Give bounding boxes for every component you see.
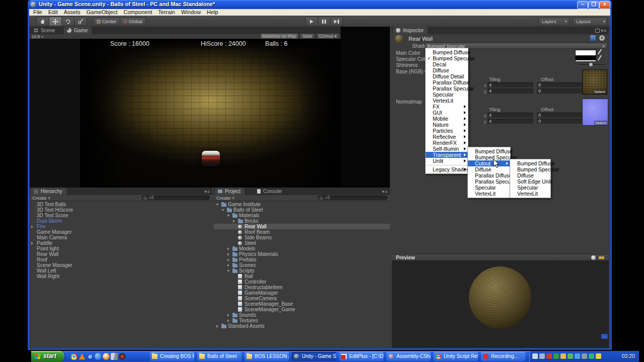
expand-arrow-icon[interactable]: [227, 319, 229, 322]
expand-arrow-icon[interactable]: [227, 253, 229, 256]
taskbar-button[interactable]: BOS LESSON AS...: [245, 352, 289, 361]
panel-options-icon[interactable]: ▾≡: [382, 189, 388, 194]
cutout-item-diffuse[interactable]: Diffuse: [510, 172, 550, 178]
expand-arrow-icon[interactable]: [227, 258, 229, 261]
eyedropper-icon[interactable]: [597, 55, 602, 60]
collapse-arrow-icon[interactable]: [227, 270, 230, 272]
menu-component[interactable]: Component: [120, 9, 155, 16]
preview-light-icon[interactable]: [591, 255, 596, 260]
project-tree-item[interactable]: Bricks: [214, 218, 390, 224]
shader-menu-item-vertexlit[interactable]: VertexLit: [426, 98, 468, 104]
menu-help[interactable]: Help: [204, 9, 221, 16]
taskbar-button[interactable]: Unity - Game Sc...: [292, 352, 336, 361]
display-icon[interactable]: [539, 353, 545, 359]
network-icon[interactable]: [532, 353, 538, 359]
project-tree-item[interactable]: Materials: [214, 213, 390, 218]
shader-menu-item-nature[interactable]: Nature: [426, 122, 468, 128]
main-color-swatch[interactable]: [575, 50, 596, 56]
messenger-icon[interactable]: [589, 353, 594, 359]
collapse-arrow-icon[interactable]: [221, 209, 224, 211]
shader-menu-item-gui[interactable]: GUI: [426, 110, 468, 116]
offset-x-field[interactable]: 0: [537, 113, 584, 118]
shader-menu-item-reflective[interactable]: Reflective: [426, 134, 468, 140]
project-tree-item[interactable]: Controller: [214, 279, 390, 285]
chrome-icon[interactable]: [70, 353, 77, 360]
expand-arrow-icon[interactable]: [227, 314, 229, 317]
create-dropdown[interactable]: Create ▾: [32, 195, 50, 201]
pivot-center-button[interactable]: Center: [93, 17, 120, 26]
hierarchy-item[interactable]: Dust Storm: [30, 218, 212, 224]
transparent-item-parallax-specular[interactable]: Parallax Specular: [468, 178, 510, 185]
internet-explorer-icon[interactable]: e: [87, 353, 94, 360]
shader-menu-item-renderfx[interactable]: RenderFX: [426, 140, 468, 146]
menu-edit[interactable]: Edit: [45, 9, 61, 16]
tiling-y-field[interactable]: 4: [488, 119, 533, 124]
hierarchy-item[interactable]: Game Manager: [30, 229, 212, 235]
task-icon[interactable]: [582, 353, 587, 359]
taskbar-button[interactable]: Creating BOS Pa...: [150, 352, 194, 361]
taskbar-button[interactable]: Assembly-CShar...: [386, 352, 431, 361]
project-tree-item[interactable]: SceneManager_Base: [214, 301, 390, 307]
cutout-item-bumped-specular[interactable]: Bumped Specular: [510, 166, 550, 172]
specular-color-swatch[interactable]: [575, 56, 596, 62]
cutout-item-vertexlit[interactable]: VertexLit: [510, 191, 550, 197]
pivot-global-button[interactable]: Global: [120, 17, 146, 26]
shader-menu-item-self-illumin[interactable]: Self-Illumin: [426, 146, 468, 152]
media-app-icon[interactable]: [119, 353, 126, 360]
project-tree-item[interactable]: Rear Wall: [214, 224, 390, 229]
expand-arrow-icon[interactable]: [227, 264, 229, 267]
transparent-item-vertexlit[interactable]: VertexLit: [468, 191, 510, 197]
collapse-arrow-icon[interactable]: [227, 215, 230, 217]
hierarchy-item[interactable]: 3D Text HiScore: [30, 207, 212, 213]
project-tree-item[interactable]: Scenes: [214, 262, 390, 268]
project-tree-item[interactable]: Sounds: [214, 312, 390, 318]
hierarchy-item[interactable]: Scene Manager: [30, 262, 212, 268]
eyedropper-icon[interactable]: [597, 49, 602, 54]
shader-menu-item-diffuse[interactable]: Diffuse: [426, 67, 468, 73]
sync-icon[interactable]: [553, 353, 559, 359]
project-tree-item[interactable]: DestructableItem: [214, 285, 390, 290]
expand-arrow-icon[interactable]: [216, 325, 218, 328]
taskbar-button[interactable]: Recording...: [481, 352, 525, 361]
shader-menu-item-parallax-diffuse[interactable]: Parallax Diffuse: [426, 79, 468, 85]
minimize-button[interactable]: –: [577, 1, 588, 9]
transparent-item-cutout[interactable]: Cutout: [468, 160, 510, 166]
shader-menu-item-transparent[interactable]: Transparent: [426, 152, 468, 158]
expand-arrow-icon[interactable]: [31, 242, 33, 245]
project-tree-item[interactable]: Ball: [214, 274, 390, 279]
antivirus-shield-icon[interactable]: [546, 353, 552, 359]
shader-menu-item-decal[interactable]: Decal: [426, 61, 468, 67]
preview-mode-icon[interactable]: [598, 255, 605, 260]
cutout-item-soft-edge-unlit[interactable]: Soft Edge Unlit: [510, 178, 550, 185]
ime-indicator-icon[interactable]: …: [601, 334, 608, 339]
layers-dropdown[interactable]: Layers▾: [538, 17, 570, 26]
menu-assets[interactable]: Assets: [61, 9, 84, 16]
tiling-y-field[interactable]: 4: [488, 88, 533, 94]
start-button[interactable]: start: [31, 351, 64, 362]
volume-icon[interactable]: [560, 353, 566, 359]
gear-icon[interactable]: [599, 35, 605, 41]
offset-y-field[interactable]: 0: [537, 119, 584, 124]
project-tree-item[interactable]: Scripts: [214, 268, 390, 274]
shader-menu-item-parallax-specular[interactable]: Parallax Specular: [426, 85, 468, 92]
hand-tool-icon[interactable]: [36, 17, 49, 26]
expand-arrow-icon[interactable]: [31, 225, 33, 228]
scale-tool-icon[interactable]: [74, 17, 87, 26]
menu-terrain[interactable]: Terrain: [155, 9, 178, 16]
usb-device-icon[interactable]: [568, 353, 573, 359]
hierarchy-item[interactable]: Main Camera: [30, 235, 212, 240]
project-tree-item[interactable]: SceneCamera: [214, 296, 390, 301]
shader-menu-item-diffuse-detail[interactable]: Diffuse Detail: [426, 73, 468, 79]
project-tree-item[interactable]: SceneManager_Game: [214, 307, 390, 312]
shader-menu-item-mobile[interactable]: Mobile: [426, 116, 468, 122]
layout-dropdown[interactable]: Layout▾: [573, 17, 608, 26]
tab-project[interactable]: Project: [215, 188, 245, 195]
project-tree-item[interactable]: GameManager: [214, 290, 390, 296]
cutout-item-bumped-diffuse[interactable]: Bumped Diffuse: [510, 160, 550, 166]
tab-hierarchy[interactable]: Hierarchy: [31, 188, 66, 195]
project-tree-item[interactable]: Roof Beam: [214, 229, 390, 235]
project-tree-item[interactable]: Steel: [214, 240, 390, 246]
project-tree-item[interactable]: Standard Assets: [214, 323, 390, 329]
transparent-item-diffuse[interactable]: Diffuse: [468, 166, 510, 172]
shader-menu-item-bumped-specular[interactable]: ✓Bumped Specular: [426, 55, 468, 61]
